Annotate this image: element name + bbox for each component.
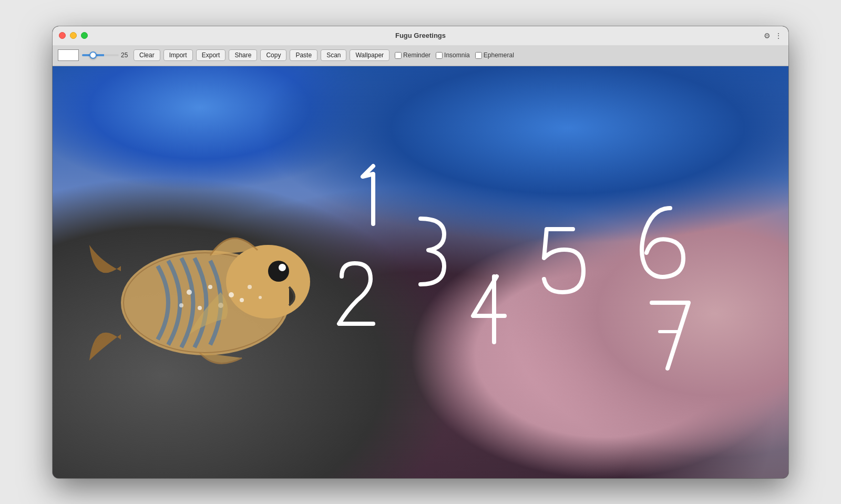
- menu-icon[interactable]: ⋮: [775, 32, 782, 40]
- number-4: [473, 276, 505, 342]
- canvas-area[interactable]: [53, 66, 788, 478]
- number-6: [642, 208, 683, 277]
- close-button[interactable]: [59, 32, 66, 39]
- ephemeral-label: Ephemeral: [484, 52, 514, 59]
- svg-point-8: [198, 306, 202, 310]
- number-2: [339, 263, 373, 324]
- number-5: [544, 229, 583, 292]
- titlebar-actions: ⚙ ⋮: [764, 32, 782, 40]
- fish-illustration: [89, 238, 310, 363]
- app-window: Fugu Greetings ⚙ ⋮ 25 Clear Import Expor…: [53, 26, 788, 478]
- insomnia-label: Insomnia: [444, 52, 470, 59]
- number-7: [652, 303, 689, 368]
- checkbox-group: Reminder Insomnia Ephemeral: [395, 52, 514, 59]
- brush-size-slider[interactable]: [82, 54, 119, 56]
- svg-point-2: [226, 245, 310, 318]
- ephemeral-checkbox[interactable]: [475, 52, 482, 59]
- brush-size-value: 25: [121, 52, 130, 59]
- export-button[interactable]: Export: [196, 49, 226, 61]
- reminder-label: Reminder: [403, 52, 430, 59]
- scan-button[interactable]: Scan: [321, 49, 346, 61]
- copy-button[interactable]: Copy: [260, 49, 286, 61]
- traffic-lights: [59, 32, 88, 39]
- svg-point-12: [248, 285, 252, 289]
- titlebar: Fugu Greetings ⚙ ⋮: [53, 26, 788, 45]
- svg-point-3: [268, 261, 289, 282]
- svg-point-5: [187, 290, 192, 295]
- number-1: [363, 166, 373, 224]
- number-3: [420, 219, 444, 284]
- svg-point-7: [229, 292, 234, 297]
- reminder-checkbox-label[interactable]: Reminder: [395, 52, 430, 59]
- svg-point-10: [240, 298, 244, 302]
- wallpaper-button[interactable]: Wallpaper: [350, 49, 389, 61]
- maximize-button[interactable]: [81, 32, 88, 39]
- extensions-icon[interactable]: ⚙: [764, 32, 771, 40]
- insomnia-checkbox[interactable]: [436, 52, 443, 59]
- ephemeral-checkbox-label[interactable]: Ephemeral: [475, 52, 514, 59]
- svg-point-4: [279, 264, 286, 271]
- import-button[interactable]: Import: [163, 49, 193, 61]
- color-swatch[interactable]: [58, 49, 79, 61]
- drawing-canvas[interactable]: [53, 66, 788, 478]
- svg-point-13: [259, 296, 262, 299]
- clear-button[interactable]: Clear: [134, 49, 160, 61]
- svg-point-11: [179, 303, 183, 307]
- paste-button[interactable]: Paste: [290, 49, 317, 61]
- share-button[interactable]: Share: [229, 49, 257, 61]
- toolbar: 25 Clear Import Export Share Copy Paste …: [53, 45, 788, 66]
- window-title: Fugu Greetings: [395, 32, 446, 39]
- reminder-checkbox[interactable]: [395, 52, 402, 59]
- svg-point-6: [208, 285, 212, 289]
- minimize-button[interactable]: [70, 32, 77, 39]
- insomnia-checkbox-label[interactable]: Insomnia: [436, 52, 470, 59]
- brush-size-control: 25: [82, 52, 130, 59]
